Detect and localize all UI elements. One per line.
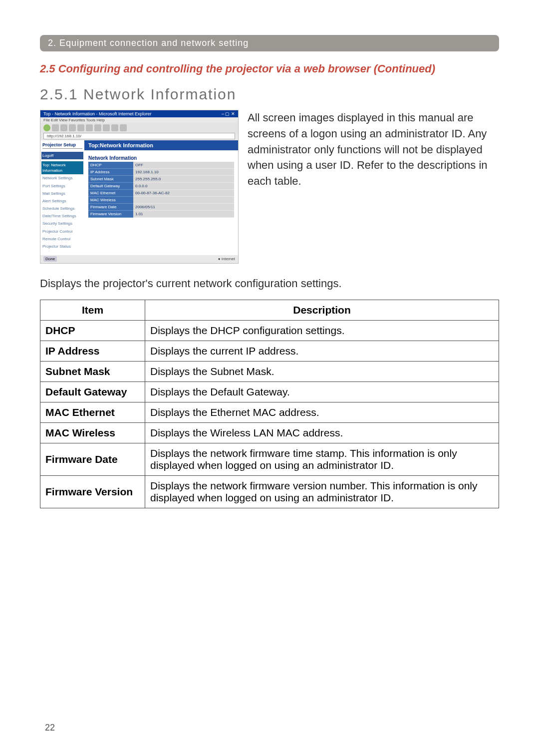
browser-main-title: Top:Network Information	[84, 140, 238, 150]
nav-item: Projector Status	[41, 243, 83, 250]
info-key: MAC Wireless	[88, 197, 133, 204]
info-row: MAC Ethernet00-00-87-36-AC-82	[88, 190, 234, 197]
lead-text: Displays the projector's current network…	[40, 276, 499, 292]
subsection-title: 2.5.1 Network Information	[40, 86, 499, 103]
browser-menubar: File Edit View Favorites Tools Help	[40, 117, 238, 123]
info-row: Default Gateway0.0.0.0	[88, 183, 234, 190]
info-val: 00-00-87-36-AC-82	[133, 190, 234, 197]
nav-item: Projector Control	[41, 228, 83, 235]
info-row: Firmware Version1.01	[88, 211, 234, 218]
browser-window-title: Top - Network Information - Microsoft In…	[43, 111, 152, 116]
section-title: 2.5 Configuring and controlling the proj…	[40, 61, 499, 77]
info-val: 255.255.255.0	[133, 176, 234, 183]
info-key: Subnet Mask	[88, 176, 133, 183]
projector-logo: Projector Setup	[42, 142, 82, 149]
cell-item: Firmware Version	[40, 475, 145, 508]
cell-item: Firmware Date	[40, 443, 145, 475]
cell-desc: Displays the Wireless LAN MAC address.	[145, 422, 499, 443]
nav-item: Security Settings	[41, 220, 83, 227]
page: 2. Equipment connection and network sett…	[0, 0, 539, 756]
history-icon	[103, 124, 110, 131]
page-number: 22	[45, 723, 55, 733]
cell-desc: Displays the Default Gateway.	[145, 381, 499, 402]
info-row: MAC Wireless	[88, 197, 234, 204]
browser-titlebar: Top - Network Information - Microsoft In…	[40, 110, 238, 117]
table-row: Default GatewayDisplays the Default Gate…	[40, 381, 499, 402]
table-row: MAC EthernetDisplays the Ethernet MAC ad…	[40, 402, 499, 422]
info-val: 192.168.1.10	[133, 169, 234, 176]
nav-item: Remote Control	[41, 235, 83, 243]
info-key: Firmware Version	[88, 211, 133, 218]
table-row: Firmware VersionDisplays the network fir…	[40, 475, 499, 508]
intro-paragraph: All screen images displayed in this manu…	[248, 110, 499, 189]
home-icon	[77, 124, 84, 131]
cell-desc: Displays the network firmware version nu…	[145, 475, 499, 508]
nav-item: Port Settings	[41, 182, 83, 190]
info-row: Subnet Mask255.255.255.0	[88, 176, 234, 183]
cell-item: IP Address	[40, 341, 145, 361]
info-val: OFF	[133, 162, 234, 169]
cell-desc: Displays the current IP address.	[145, 341, 499, 361]
table-header-row: Item Description	[40, 300, 499, 320]
cell-item: Default Gateway	[40, 381, 145, 402]
browser-info-card: Network Information DHCPOFF IP Address19…	[88, 155, 234, 218]
info-val: 1.01	[133, 211, 234, 218]
info-val	[133, 197, 234, 204]
nav-item: Date/Time Settings	[41, 212, 83, 220]
browser-card-title: Network Information	[88, 155, 234, 161]
mail-icon	[111, 124, 118, 131]
info-row: Firmware Date2006/05/11	[88, 204, 234, 211]
nav-item: Top: Network Information	[41, 161, 83, 174]
cell-desc: Displays the DHCP configuration settings…	[145, 320, 499, 341]
window-controls-icon: – ▢ ✕	[222, 111, 235, 116]
table-row: Firmware DateDisplays the network firmwa…	[40, 443, 499, 475]
info-table: Item Description DHCPDisplays the DHCP c…	[40, 300, 499, 508]
browser-address: http://192.168.1.10/	[43, 133, 235, 139]
info-val: 0.0.0.0	[133, 183, 234, 190]
info-key: Default Gateway	[88, 183, 133, 190]
cell-item: DHCP	[40, 320, 145, 341]
refresh-icon	[69, 124, 76, 131]
table-row: DHCPDisplays the DHCP configuration sett…	[40, 320, 499, 341]
info-key: MAC Ethernet	[88, 190, 133, 197]
chapter-bar: 2. Equipment connection and network sett…	[40, 35, 499, 51]
stop-icon	[60, 124, 67, 131]
cell-item: MAC Ethernet	[40, 402, 145, 422]
table-row: Subnet MaskDisplays the Subnet Mask.	[40, 361, 499, 381]
forward-icon	[52, 124, 59, 131]
cell-item: MAC Wireless	[40, 422, 145, 443]
cell-desc: Displays the network firmware time stamp…	[145, 443, 499, 475]
table-row: MAC WirelessDisplays the Wireless LAN MA…	[40, 422, 499, 443]
cell-item: Subnet Mask	[40, 361, 145, 381]
nav-item: Schedule Settings	[41, 205, 83, 212]
browser-toolbar	[40, 123, 238, 133]
cell-desc: Displays the Subnet Mask.	[145, 361, 499, 381]
browser-body: Projector Setup Logoff Top: Network Info…	[40, 140, 238, 255]
info-row: IP Address192.168.1.10	[88, 169, 234, 176]
nav-item: Logoff	[41, 152, 83, 159]
favorites-icon	[94, 124, 101, 131]
table-row: IP AddressDisplays the current IP addres…	[40, 341, 499, 361]
print-icon	[120, 124, 127, 131]
status-internet-label: Internet	[222, 257, 235, 261]
nav-item: Alert Settings	[41, 197, 83, 205]
info-key: DHCP	[88, 162, 133, 169]
info-val: 2006/05/11	[133, 204, 234, 211]
cell-desc: Displays the Ethernet MAC address.	[145, 402, 499, 422]
header-item: Item	[40, 300, 145, 320]
search-icon	[86, 124, 93, 131]
info-row: DHCPOFF	[88, 162, 234, 169]
browser-nav: Logoff Top: Network Information Network …	[41, 152, 83, 250]
content-row: Top - Network Information - Microsoft In…	[40, 110, 499, 264]
status-internet: ● Internet	[218, 257, 235, 261]
browser-sidebar: Projector Setup Logoff Top: Network Info…	[40, 140, 84, 255]
status-done: Done	[43, 256, 57, 262]
nav-item: Network Settings	[41, 174, 83, 182]
header-description: Description	[145, 300, 499, 320]
screenshot-browser: Top - Network Information - Microsoft In…	[40, 110, 239, 264]
nav-item: Mail Settings	[41, 190, 83, 197]
back-icon	[43, 124, 50, 131]
info-key: Firmware Date	[88, 204, 133, 211]
browser-main: Top:Network Information Network Informat…	[84, 140, 238, 255]
browser-statusbar: Done ● Internet	[40, 255, 238, 263]
